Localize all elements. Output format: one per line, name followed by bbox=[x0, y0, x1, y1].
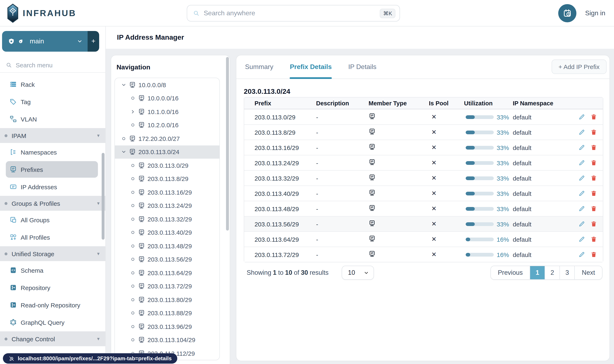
delete-trash-icon[interactable] bbox=[590, 221, 597, 227]
delete-trash-icon[interactable] bbox=[590, 251, 597, 258]
chevron-down-icon[interactable] bbox=[119, 149, 128, 155]
tree-item-label: 203.0.113.64/29 bbox=[147, 269, 192, 276]
sidebar-item-rack[interactable]: Rack bbox=[0, 76, 105, 92]
tree-item[interactable]: 10.0.0.0/16 bbox=[115, 91, 219, 105]
table-row[interactable]: 203.0.113.72/29 - ✕ 1 bbox=[244, 247, 603, 262]
sidebar-item-ip-addresses[interactable]: IP IP Addresses bbox=[0, 179, 105, 195]
tree-item[interactable]: 203.0.113.104/29 bbox=[115, 333, 219, 347]
sidebar-item-vlan[interactable]: VLAN bbox=[0, 111, 105, 127]
menu-search[interactable] bbox=[0, 58, 105, 73]
table-row[interactable]: 203.0.113.24/29 - ✕ 3 bbox=[244, 155, 603, 170]
chevron-down-icon[interactable] bbox=[119, 82, 128, 88]
global-search[interactable]: ⌘K bbox=[187, 5, 400, 22]
tree-item[interactable]: 10.1.0.0/16 bbox=[115, 105, 219, 118]
cell-ip-namespace: default bbox=[513, 159, 576, 166]
edit-pencil-icon[interactable] bbox=[578, 175, 585, 181]
sidebar-item-schema[interactable]: Schema bbox=[0, 262, 105, 278]
tree-item[interactable]: 203.0.113.24/29 bbox=[115, 199, 219, 212]
schedule-avatar-button[interactable] bbox=[558, 4, 576, 22]
tree-item[interactable]: 203.0.113.0/29 bbox=[115, 159, 219, 172]
edit-pencil-icon[interactable] bbox=[578, 144, 585, 151]
tree-item[interactable]: 203.0.113.16/29 bbox=[115, 185, 219, 199]
page-button[interactable]: 3 bbox=[560, 266, 574, 279]
edit-pencil-icon[interactable] bbox=[578, 251, 585, 258]
edit-pencil-icon[interactable] bbox=[578, 114, 585, 120]
tab[interactable]: IP Details bbox=[348, 55, 376, 79]
tab[interactable]: Prefix Details bbox=[290, 55, 332, 79]
table-row[interactable]: 203.0.113.8/29 - ✕ 33 bbox=[244, 124, 603, 140]
tree-item[interactable]: 10.0.0.0/8 bbox=[115, 78, 219, 91]
tree-item[interactable]: 203.0.113.72/29 bbox=[115, 280, 219, 293]
delete-trash-icon[interactable] bbox=[590, 236, 597, 243]
tree-item[interactable]: 203.0.113.64/29 bbox=[115, 266, 219, 280]
sign-in-button[interactable]: Sign in bbox=[585, 10, 605, 17]
delete-trash-icon[interactable] bbox=[590, 190, 597, 197]
page-button[interactable]: 2 bbox=[545, 266, 560, 279]
tree-item[interactable]: 172.20.20.0/27 bbox=[115, 132, 219, 145]
page-button[interactable]: 1 bbox=[530, 266, 545, 279]
page-size-select[interactable]: 10 bbox=[342, 266, 374, 280]
edit-pencil-icon[interactable] bbox=[578, 221, 585, 227]
sidebar-section-label: Unified Storage bbox=[12, 250, 54, 257]
cell-is-pool: ✕ bbox=[429, 205, 460, 212]
tree-item[interactable]: 203.0.113.8/29 bbox=[115, 172, 219, 185]
sidebar-item-all-profiles[interactable]: All Profiles bbox=[0, 229, 105, 246]
tree-item-label: 203.0.113.16/29 bbox=[147, 189, 192, 196]
navigation-scrollbar[interactable] bbox=[226, 57, 229, 231]
menu-search-input[interactable] bbox=[16, 62, 105, 69]
edit-pencil-icon[interactable] bbox=[578, 236, 585, 243]
new-branch-button[interactable]: + bbox=[88, 31, 99, 52]
table-row[interactable]: 203.0.113.40/29 - ✕ 3 bbox=[244, 185, 603, 201]
table-row[interactable]: 203.0.113.32/29 - ✕ 3 bbox=[244, 170, 603, 185]
column-header: Description bbox=[316, 100, 368, 106]
page-button[interactable]: Next bbox=[574, 266, 602, 279]
tab[interactable]: Summary bbox=[245, 55, 273, 79]
branch-selector[interactable]: main bbox=[2, 31, 88, 52]
tree-item[interactable]: 203.0.113.96/29 bbox=[115, 320, 219, 333]
brand[interactable]: INFRAHUB bbox=[0, 3, 105, 23]
sidebar-section-unified-storage[interactable]: Unified Storage ▾ bbox=[0, 246, 105, 261]
tree-item[interactable]: 203.0.113.80/29 bbox=[115, 293, 219, 306]
delete-trash-icon[interactable] bbox=[590, 114, 597, 120]
tree-item[interactable]: 203.0.113.40/29 bbox=[115, 226, 219, 239]
chevron-right-icon[interactable] bbox=[128, 109, 137, 115]
sidebar-item-prefixes[interactable]: Prefixes bbox=[6, 161, 98, 178]
sidebar-item-repository[interactable]: Repository bbox=[0, 279, 105, 296]
edit-pencil-icon[interactable] bbox=[578, 129, 585, 135]
table-row[interactable]: 203.0.113.56/29 - ✕ 3 bbox=[244, 216, 603, 231]
tree-item[interactable]: 203.0.113.48/29 bbox=[115, 239, 219, 253]
tree-item[interactable]: 203.0.113.0/24 bbox=[115, 145, 219, 159]
sidebar-section-groups-profiles[interactable]: Groups & Profiles ▾ bbox=[0, 196, 105, 211]
delete-trash-icon[interactable] bbox=[590, 175, 597, 181]
tree-item-label: 10.2.0.0/16 bbox=[147, 122, 179, 129]
delete-trash-icon[interactable] bbox=[590, 159, 597, 166]
tree-item[interactable]: 203.0.113.32/29 bbox=[115, 212, 219, 226]
table-row[interactable]: 203.0.113.48/29 - ✕ 3 bbox=[244, 201, 603, 216]
global-search-input[interactable] bbox=[204, 10, 380, 17]
sidebar-section-ipam[interactable]: IPAM ▾ bbox=[0, 128, 105, 143]
sidebar-item-tag[interactable]: Tag bbox=[0, 93, 105, 110]
sidebar-item-graphql-query[interactable]: GraphQL Query bbox=[0, 314, 105, 331]
delete-trash-icon[interactable] bbox=[590, 205, 597, 212]
sidebar-section-change-control[interactable]: Change Control ▾ bbox=[0, 331, 105, 346]
sidebar-scrollbar[interactable] bbox=[102, 153, 105, 240]
section-bullet-icon bbox=[5, 252, 7, 255]
edit-pencil-icon[interactable] bbox=[578, 205, 585, 212]
table-row[interactable]: 203.0.113.0/29 - ✕ 33 bbox=[244, 109, 603, 124]
sidebar-item-all-groups[interactable]: All Groups bbox=[0, 211, 105, 228]
tree-item[interactable]: 203.0.113.88/29 bbox=[115, 306, 219, 320]
sidebar-item-readonly-repository[interactable]: Read-only Repository bbox=[0, 297, 105, 313]
add-ip-prefix-button[interactable]: + Add IP Prefix bbox=[551, 60, 607, 74]
sidebar-item-namespaces[interactable]: Namespaces bbox=[0, 144, 105, 160]
edit-pencil-icon[interactable] bbox=[578, 190, 585, 197]
page-button[interactable]: Previous bbox=[491, 266, 530, 279]
tree-item[interactable]: 10.2.0.0/16 bbox=[115, 118, 219, 132]
utilization-percent: 33% bbox=[497, 175, 509, 182]
delete-trash-icon[interactable] bbox=[590, 144, 597, 151]
delete-trash-icon[interactable] bbox=[590, 129, 597, 135]
table-row[interactable]: 203.0.113.64/29 - ✕ 1 bbox=[244, 231, 603, 247]
tree-item[interactable]: 203.0.113.56/29 bbox=[115, 253, 219, 266]
edit-pencil-icon[interactable] bbox=[578, 159, 585, 166]
table-row[interactable]: 203.0.113.16/29 - ✕ 3 bbox=[244, 140, 603, 155]
pen-nib-icon bbox=[17, 38, 24, 45]
